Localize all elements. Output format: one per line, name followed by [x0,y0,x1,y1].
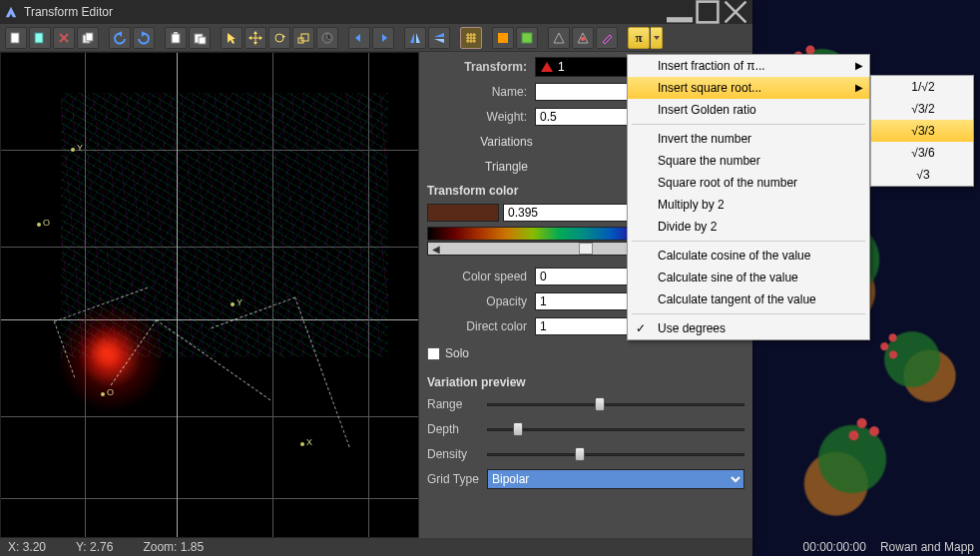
sqrt-submenu: 1/√2 √3/2 √3/3 √3/6 √3 [870,75,974,187]
tool-show-grid[interactable] [460,27,482,49]
tool-next-transform[interactable] [372,27,394,49]
svg-rect-1 [698,2,719,23]
status-x: X: 3.20 [8,540,46,554]
direct-color-label: Direct color [427,319,535,333]
app-icon [4,5,18,19]
mi-sqrt3-over-2[interactable]: √3/2 [871,98,973,120]
svg-rect-3 [35,33,43,43]
close-button[interactable] [723,3,748,21]
tab-triangle[interactable]: Triangle [427,157,586,178]
range-slider[interactable] [487,395,744,413]
mi-insert-fraction-pi[interactable]: Insert fraction of π...▶ [628,55,869,77]
svg-point-16 [581,37,585,41]
svg-rect-0 [667,17,693,22]
tool-flip-horizontal[interactable] [404,27,426,49]
svg-rect-7 [174,32,178,35]
color-swatch[interactable] [427,204,499,222]
mi-calc-sine[interactable]: Calculate sine of the value [628,267,869,288]
transform-canvas[interactable]: Y O X O Y [0,52,419,538]
section-variation-preview: Variation preview [427,375,744,389]
mi-sqrt3-over-3[interactable]: √3/3 [871,120,973,142]
svg-rect-9 [199,37,206,44]
opacity-label: Opacity [427,294,535,308]
tool-preview-options[interactable] [516,27,538,49]
svg-rect-6 [172,34,180,43]
mi-multiply-2[interactable]: Multiply by 2 [628,194,869,216]
name-label: Name: [427,85,535,99]
tool-new[interactable] [5,27,27,49]
svg-rect-14 [498,33,508,43]
tool-select[interactable] [221,27,243,49]
mi-1-over-sqrt2[interactable]: 1/√2 [871,76,973,98]
tool-new-final[interactable] [29,27,51,49]
density-slider[interactable] [487,445,744,463]
tool-flip-vertical[interactable] [428,27,450,49]
mi-use-degrees[interactable]: ✓Use degrees [628,317,869,339]
range-label: Range [427,397,487,411]
tool-prev-transform[interactable] [348,27,370,49]
tool-redo[interactable] [133,27,155,49]
weight-label: Weight: [427,110,535,124]
tool-move[interactable] [245,27,266,49]
triangle-icon [540,60,554,74]
tool-variation-preview[interactable] [492,27,514,49]
status-zoom: Zoom: 1.85 [143,540,204,554]
tool-paste-data[interactable] [189,27,211,49]
mi-sqrt3-over-6[interactable]: √3/6 [871,142,973,164]
gridtype-select[interactable]: Bipolar [487,469,744,489]
svg-rect-15 [522,33,532,43]
gradient-left[interactable]: ◀ [430,243,442,255]
svg-point-10 [275,34,283,42]
mi-square-number[interactable]: Square the number [628,150,869,172]
tool-reset[interactable] [316,27,338,49]
svg-rect-5 [86,33,93,41]
tool-calculator[interactable]: π [628,27,650,49]
render-time: 00:00:00:00 [803,540,866,554]
mi-calc-cosine[interactable]: Calculate cosine of the value [628,245,869,267]
minimize-button[interactable] [667,3,693,21]
tool-edit-triangle[interactable] [548,27,570,49]
density-label: Density [427,447,487,461]
mi-invert-number[interactable]: Invert the number [628,128,869,150]
gridtype-label: Grid Type [427,472,487,486]
tool-scale[interactable] [292,27,314,49]
mi-divide-2[interactable]: Divide by 2 [628,216,869,238]
svg-rect-2 [11,33,19,43]
maximize-button[interactable] [695,3,721,21]
transform-label: Transform: [427,60,535,74]
window-title: Transform Editor [24,5,665,19]
calculator-menu: Insert fraction of π...▶ Insert square r… [627,54,870,340]
gradient-thumb[interactable] [579,243,593,255]
tool-undo[interactable] [109,27,131,49]
depth-slider[interactable] [487,420,744,438]
color-speed-label: Color speed [427,270,535,283]
tool-calculator-dropdown[interactable] [651,27,663,49]
tool-edit-post[interactable] [572,27,594,49]
tool-rotate[interactable] [268,27,290,49]
mi-insert-square-root[interactable]: Insert square root...▶ [628,77,869,99]
depth-label: Depth [427,422,487,436]
mi-insert-golden-ratio[interactable]: Insert Golden ratio [628,99,869,121]
tool-delete[interactable] [53,27,75,49]
toolbar: π [0,24,752,52]
status-y: Y: 2.76 [76,540,113,554]
mi-sqrt3[interactable]: √3 [871,164,973,186]
mi-calc-tangent[interactable]: Calculate tangent of the value [628,288,869,310]
project-name: Rowan and Mapp [880,540,974,554]
tool-color-picker[interactable] [596,27,618,49]
tool-duplicate[interactable] [77,27,99,49]
tab-variations[interactable]: Variations [427,132,586,153]
mi-sqrt-number[interactable]: Square root of the number [628,172,869,194]
solo-checkbox[interactable]: Solo [427,346,469,360]
tool-copy-data[interactable] [165,27,187,49]
